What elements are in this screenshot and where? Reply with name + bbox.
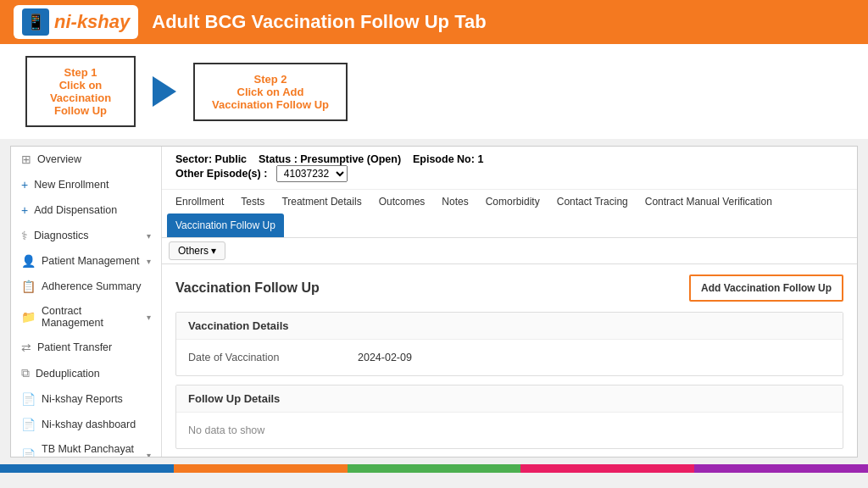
episode-value: 1 — [477, 153, 483, 165]
sidebar-item-label: Add Dispensation — [34, 204, 117, 216]
chevron-icon: ▾ — [147, 313, 151, 322]
sidebar-item-label: Ni-kshay Reports — [42, 393, 123, 405]
dashboard-icon: 📄 — [21, 418, 36, 431]
date-of-vaccination-value: 2024-02-09 — [358, 352, 412, 363]
sidebar: ⊞ Overview + New Enrollment + Add Dispen… — [11, 147, 162, 457]
footer-blue — [0, 464, 174, 473]
tabs-row: Enrollment Tests Treatment Details Outco… — [162, 190, 857, 238]
follow-up-details-body: No data to show — [176, 413, 843, 448]
sidebar-item-diagnostics[interactable]: ⚕ Diagnostics ▾ — [11, 223, 161, 248]
logo-text: ni-kshay — [54, 11, 130, 33]
tab-contract-manual-verification[interactable]: Contract Manual Verification — [637, 190, 781, 214]
chevron-icon: ▾ — [147, 231, 151, 241]
sidebar-item-contract-management[interactable]: 📁 Contract Management ▾ — [11, 299, 161, 335]
sidebar-item-deduplication[interactable]: ⧉ Deduplication — [11, 360, 161, 386]
chevron-icon: ▾ — [147, 451, 151, 458]
sidebar-item-patient-management[interactable]: 👤 Patient Management ▾ — [11, 248, 161, 274]
vaccination-details-body: Date of Vaccination 2024-02-09 — [176, 340, 843, 375]
footer-orange — [174, 464, 348, 473]
sidebar-item-label: Diagnostics — [34, 230, 89, 241]
vaccination-details-card: Vaccination Details Date of Vaccination … — [175, 312, 843, 376]
transfer-icon: ⇄ — [21, 341, 31, 354]
sidebar-item-label: Patient Transfer — [37, 341, 112, 353]
episode-label: Episode No: — [413, 153, 477, 165]
info-bar: Sector: Public Status : Presumptive (Ope… — [162, 147, 857, 190]
sidebar-item-adherence-summary[interactable]: 📋 Adherence Summary — [11, 274, 161, 299]
page-title: Adult BCG Vaccination Follow Up Tab — [152, 11, 486, 33]
sidebar-item-overview[interactable]: ⊞ Overview — [11, 147, 161, 172]
sidebar-item-label: Contract Management — [42, 305, 141, 329]
main-area: ⊞ Overview + New Enrollment + Add Dispen… — [10, 146, 858, 458]
sidebar-item-label: Ni-kshay dashboard — [42, 419, 136, 430]
tab-outcomes[interactable]: Outcomes — [370, 190, 434, 214]
report-icon: 📄 — [21, 392, 36, 406]
tab-enrollment[interactable]: Enrollment — [167, 190, 232, 214]
others-dropdown-button[interactable]: Others ▾ — [169, 241, 225, 260]
dedup-icon: ⧉ — [21, 366, 30, 380]
sidebar-item-label: Deduplication — [36, 368, 100, 380]
sidebar-item-label: New Enrollment — [34, 179, 108, 191]
footer-pink — [520, 464, 694, 473]
tab-tests[interactable]: Tests — [232, 190, 273, 214]
sidebar-item-label: Adherence Summary — [42, 280, 141, 292]
adherence-icon: 📋 — [21, 280, 36, 293]
chevron-icon: ▾ — [147, 257, 151, 266]
no-data-label: No data to show — [188, 421, 831, 440]
step-arrow — [153, 76, 176, 107]
date-of-vaccination-label: Date of Vaccination — [188, 352, 358, 363]
steps-area: Step 1 Click onVaccinationFollow Up Step… — [0, 44, 868, 139]
sidebar-item-label: Overview — [37, 153, 81, 165]
sector-value: Public — [215, 153, 248, 165]
tab-treatment-details[interactable]: Treatment Details — [273, 190, 370, 214]
contract-icon: 📁 — [21, 310, 36, 324]
other-episodes-select[interactable]: 41037232 — [276, 165, 348, 182]
tab-contact-tracing[interactable]: Contact Tracing — [548, 190, 637, 214]
overview-icon: ⊞ — [21, 152, 31, 166]
logo-icon: 📱 — [22, 8, 49, 36]
footer-purple — [694, 464, 868, 473]
sidebar-item-label: Patient Management — [42, 255, 139, 267]
step-1-label: Step 1 — [44, 66, 117, 79]
sector-label: Sector: — [175, 153, 215, 165]
vfu-section: Vaccination Follow Up Add Vaccination Fo… — [162, 264, 857, 457]
footer-bar — [0, 464, 868, 473]
app-header: 📱 ni-kshay Adult BCG Vaccination Follow … — [0, 0, 868, 44]
tab-notes[interactable]: Notes — [433, 190, 476, 214]
date-of-vaccination-row: Date of Vaccination 2024-02-09 — [188, 348, 831, 367]
other-episodes-label: Other Episode(s) : — [175, 168, 273, 180]
patient-icon: 👤 — [21, 254, 36, 268]
status-label: Status : — [259, 153, 300, 165]
vaccination-details-header: Vaccination Details — [176, 313, 843, 340]
content-area: Sector: Public Status : Presumptive (Ope… — [162, 147, 857, 457]
footer-green — [348, 464, 521, 473]
status-value: Presumptive (Open) — [300, 153, 401, 165]
step-1-box: Step 1 Click onVaccinationFollow Up — [25, 56, 136, 127]
sidebar-item-reports[interactable]: 📄 Ni-kshay Reports — [11, 386, 161, 412]
add-vaccination-follow-up-button[interactable]: Add Vaccination Follow Up — [689, 274, 843, 302]
vfu-header: Vaccination Follow Up Add Vaccination Fo… — [175, 274, 843, 302]
sidebar-item-dashboard[interactable]: 📄 Ni-kshay dashboard — [11, 412, 161, 437]
tab-comorbidity[interactable]: Comorbidity — [477, 190, 548, 214]
sidebar-item-label: TB Mukt Panchayat Forms — [42, 443, 141, 457]
step-2-label: Step 2 — [212, 73, 329, 86]
tab-vaccination-follow-up[interactable]: Vaccination Follow Up — [167, 214, 284, 237]
step-2-content: Click on AddVaccination Follow Up — [212, 86, 329, 111]
tb-icon: 📄 — [21, 448, 36, 457]
plus-icon: + — [21, 178, 28, 191]
plus-icon: + — [21, 203, 28, 217]
logo: 📱 ni-kshay — [14, 5, 138, 39]
diagnostics-icon: ⚕ — [21, 229, 28, 242]
sidebar-item-new-enrollment[interactable]: + New Enrollment — [11, 172, 161, 197]
follow-up-details-header: Follow Up Details — [176, 385, 843, 413]
follow-up-details-card: Follow Up Details No data to show — [175, 385, 843, 449]
tabs-row2: Others ▾ — [162, 238, 857, 264]
sidebar-item-patient-transfer[interactable]: ⇄ Patient Transfer — [11, 335, 161, 360]
step-2-box: Step 2 Click on AddVaccination Follow Up — [193, 63, 348, 121]
step-1-content: Click onVaccinationFollow Up — [44, 79, 117, 117]
sidebar-item-tb-mukt[interactable]: 📄 TB Mukt Panchayat Forms ▾ — [11, 437, 161, 457]
sidebar-item-add-dispensation[interactable]: + Add Dispensation — [11, 197, 161, 223]
vfu-title: Vaccination Follow Up — [175, 280, 320, 296]
